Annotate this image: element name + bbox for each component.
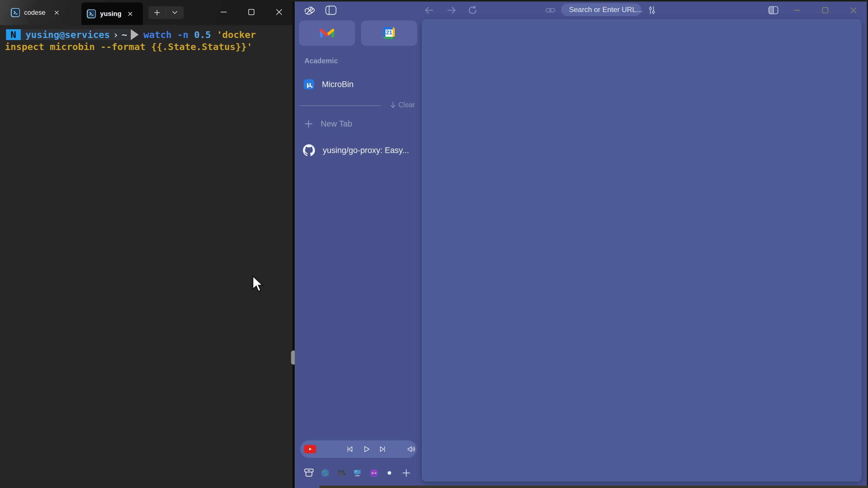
powershell-icon [11,8,20,17]
sidebar-tab-microbin[interactable]: μ MicroBin [304,77,353,91]
cmd-arg-start: 'docker [217,29,256,40]
mouse-cursor [251,275,265,295]
reload-button[interactable] [466,4,479,16]
prompt-powerline-cap [131,29,138,40]
tabs-separator [299,105,381,106]
forward-button[interactable] [445,5,458,16]
clear-label: Clear [398,101,415,109]
terminal-minimize-button[interactable] [215,3,233,21]
sidebar-tab-github[interactable]: yusing/go-proxy: Easy... [303,144,409,157]
split-view-icon[interactable] [767,5,780,16]
workspace-movie-camera-icon[interactable] [336,467,347,478]
archive-icon[interactable] [303,466,315,479]
powershell-icon [87,9,96,19]
terminal-tab-codeserver[interactable]: codese [11,0,59,25]
sidebar-toggle-icon[interactable] [324,4,338,16]
taskbar-edge [319,486,868,488]
google-calendar-icon: 21 [383,27,395,39]
terminal-tab-yusing[interactable]: yusing [82,2,143,25]
url-bar[interactable]: Search or Enter URL... [561,3,641,16]
gmail-icon [320,27,334,39]
youtube-icon[interactable] [304,445,316,453]
workspace-bar [295,466,422,480]
workspace-desktop-icon[interactable] [352,467,363,478]
terminal-command-line2: inspect microbin --format {{.State.Statu… [5,41,252,52]
browser-maximize-button[interactable] [817,5,834,16]
essential-tab-calendar[interactable]: 21 [361,21,417,46]
cmd-flag: -n [177,29,194,40]
node-env-badge: N [6,29,21,40]
media-player [300,441,416,458]
workspace-globe-icon[interactable] [320,467,331,478]
link-icon[interactable] [545,6,556,15]
arrow-down-icon [390,101,396,109]
microbin-favicon: μ [304,79,314,90]
terminal-window: codese yusing [0,0,292,488]
calendar-day-number: 21 [383,29,395,36]
screen-top-edge [292,0,868,1]
prompt-cwd: ~ [121,29,127,40]
previous-track-button[interactable] [345,444,355,455]
tab-title: yusing [100,10,124,18]
play-button[interactable] [361,444,372,455]
tab-close-icon[interactable] [128,11,133,16]
clear-tabs-button[interactable]: Clear [390,101,415,109]
next-track-button[interactable] [377,444,388,455]
essential-tab-gmail[interactable] [299,21,355,46]
workspace-devil-icon[interactable] [369,467,379,478]
terminal-prompt-line: N yusing@services › ~ watch -n 0.5 'dock… [6,29,256,40]
workspace-label: Academic [304,57,338,65]
zen-logo-button[interactable] [302,4,316,17]
new-tab-label: New Tab [321,119,352,129]
browser-close-button[interactable] [845,5,862,16]
terminal-maximize-button[interactable] [242,3,260,21]
terminal-close-button[interactable] [270,3,288,21]
sidebar-new-tab-button[interactable]: New Tab [304,118,352,130]
browser-minimize-button[interactable] [788,5,805,16]
terminal-titlebar[interactable]: codese yusing [0,0,292,25]
github-icon [303,144,315,156]
screen: codese yusing [0,0,868,488]
tab-title: yusing/go-proxy: Easy... [323,146,409,155]
volume-icon[interactable] [406,444,416,455]
new-tab-group [148,6,184,19]
screen-right-edge [867,0,868,488]
new-tab-button[interactable] [148,6,166,19]
plus-icon [304,120,313,128]
add-workspace-button[interactable] [401,467,412,478]
url-placeholder: Search or Enter URL... [569,5,642,14]
tab-dropdown-button[interactable] [166,6,184,19]
cmd-program: watch [144,29,177,40]
prompt-user-host: yusing@services [26,29,110,40]
back-button[interactable] [423,5,436,16]
prompt-separator: › [110,29,122,40]
tab-close-icon[interactable] [54,10,59,15]
browser-window: Search or Enter URL... [295,1,867,488]
tab-title: MicroBin [322,80,353,89]
url-settings-icon[interactable] [646,5,658,16]
workspace-active-dot[interactable] [387,470,392,476]
window-divider[interactable] [292,0,295,488]
cmd-interval: 0.5 [194,29,217,40]
page-content-area [422,19,861,481]
tab-title: codese [24,9,50,17]
